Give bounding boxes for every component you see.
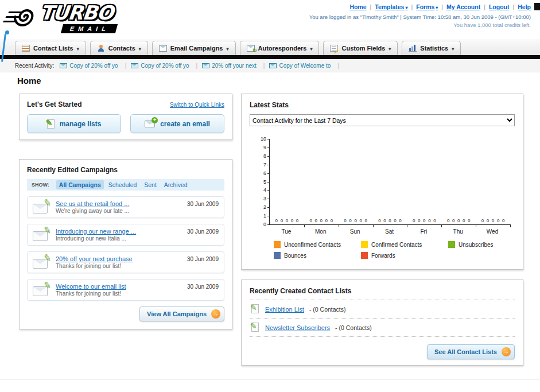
campaign-date: 30 Jun 2009 xyxy=(187,256,219,262)
legend-entry: Unsubscribes xyxy=(448,241,535,248)
campaign-filter-tab[interactable]: Sent xyxy=(141,180,160,189)
manage-lists-button[interactable]: manage lists xyxy=(27,114,121,133)
campaign-subtitle: Thanks for joining our list! xyxy=(56,263,182,269)
latest-stats-title: Latest Stats xyxy=(250,101,515,109)
nav-tab[interactable]: Contacts xyxy=(90,41,148,55)
legend-swatch xyxy=(361,252,368,259)
x-tick-label: Wed xyxy=(475,228,510,235)
header-right: Home Templates Forms My Account xyxy=(309,3,531,28)
contact-list-item[interactable]: Exhibition List - (0 Contacts) xyxy=(250,300,515,319)
main-nav: Contact Lists Contacts Email Campaigns A… xyxy=(0,39,540,55)
top-link[interactable]: Templates xyxy=(375,3,407,10)
top-link[interactable]: Logout xyxy=(489,3,510,10)
contact-list-count: - (0 Contacts) xyxy=(309,306,346,313)
legend-entry: Bounces xyxy=(274,252,361,259)
recent-activity-link[interactable]: Copy of 20% off yo xyxy=(141,63,189,69)
nav-divider-bar xyxy=(0,55,540,59)
nav-tab[interactable]: Email Campaigns xyxy=(152,41,236,55)
top-link-item: Forms xyxy=(416,3,443,10)
recent-activity-link[interactable]: Copy of 20% off yo xyxy=(69,63,118,69)
y-tick-mark xyxy=(267,207,270,208)
nav-tab-label: Email Campaigns xyxy=(170,45,223,52)
nav-tab[interactable]: Contact Lists xyxy=(15,41,86,55)
header: TURBO EMAIL Home Templates Forms xyxy=(0,0,540,39)
campaign-filter-tab[interactable]: Archived xyxy=(161,180,191,189)
campaign-envelope-pencil-icon xyxy=(33,256,50,269)
campaign-title-link[interactable]: Introducing our new range ... xyxy=(56,228,182,235)
see-all-contact-lists-button[interactable]: See All Contact Lists xyxy=(427,344,515,359)
envelope-plus-icon xyxy=(145,121,155,127)
legend-label: Bounces xyxy=(284,253,306,259)
campaign-subtitle: Introducing our new Italia ... xyxy=(56,235,182,242)
contacts-icon xyxy=(97,45,105,52)
y-tick-mark xyxy=(267,139,270,139)
nav-tab-label: Autoresponders xyxy=(258,45,307,52)
pencil-paper-icon xyxy=(251,323,260,332)
page-title: Home xyxy=(17,76,41,86)
campaign-list-item[interactable]: Introducing our new range ... Introducin… xyxy=(27,224,224,246)
top-link-item: Home xyxy=(349,3,371,10)
campaign-filter-tab[interactable]: All Campaigns xyxy=(56,180,104,189)
recent-activity-list: Copy of 20% off yo Copy of 20% off yo 20… xyxy=(60,63,339,69)
y-tick-label: 7 xyxy=(256,162,266,168)
top-link-item: My Account xyxy=(446,3,485,10)
contact-list-link[interactable]: Newsletter Subscribers xyxy=(265,324,330,331)
campaign-list-item[interactable]: 20% off your next purchase Thanks for jo… xyxy=(27,251,224,273)
bar-value-labels: 00000 xyxy=(339,218,373,223)
legend-swatch xyxy=(361,241,368,248)
contact-list-item[interactable]: Newsletter Subscribers - (0 Contacts) xyxy=(250,319,515,337)
stats-period-select[interactable]: Contact Activity for the Last 7 Days xyxy=(250,114,515,126)
recent-activity-link[interactable]: Copy of Welcome to xyxy=(279,63,331,69)
recently-created-contact-lists-panel: Recently Created Contact Lists Exhibitio… xyxy=(241,280,523,366)
left-column: Let's Get Started Switch to Quick Links … xyxy=(19,94,232,329)
chart-legend: Unconfirmed ContactsConfirmed ContactsUn… xyxy=(274,241,539,263)
top-link-item: Templates xyxy=(375,3,413,10)
top-link[interactable]: Help xyxy=(518,3,531,10)
legend-label: Forwards xyxy=(371,253,395,259)
chevron-down-icon xyxy=(404,3,407,10)
arrow-right-icon xyxy=(502,347,511,356)
campaign-title-link[interactable]: Welcome to our email list xyxy=(56,283,182,290)
recent-activity-link[interactable]: 20% off your next xyxy=(212,63,257,69)
logo-swirl-icon xyxy=(12,5,40,31)
turbo-email-dashboard: TURBO EMAIL Home Templates Forms xyxy=(0,0,540,392)
campaign-envelope-pencil-icon xyxy=(33,228,50,241)
y-tick-label: 8 xyxy=(256,153,266,159)
campaigns-title: Recently Edited Campaigns xyxy=(27,166,224,174)
create-email-button[interactable]: create an email xyxy=(130,114,224,133)
campaign-title-link[interactable]: See us at the retail food ... xyxy=(56,200,182,207)
get-started-title: Let's Get Started xyxy=(27,100,82,108)
turbo-email-logo[interactable]: TURBO EMAIL xyxy=(6,1,161,36)
top-link[interactable]: Home xyxy=(349,3,366,10)
recent-activity-item: 20% off your next xyxy=(202,63,265,69)
chevron-down-icon xyxy=(452,45,454,52)
x-tick-label: Mon xyxy=(304,228,338,235)
envelope-icon xyxy=(60,63,67,68)
y-tick-label: 0 xyxy=(256,222,266,227)
campaign-list-item[interactable]: Welcome to our email list Thanks for joi… xyxy=(27,279,224,301)
legend-swatch xyxy=(448,241,455,248)
top-link[interactable]: Forms xyxy=(416,3,438,10)
show-label: SHOW: xyxy=(32,182,49,188)
bar-value-labels: 00000 xyxy=(304,218,339,223)
nav-tab[interactable]: Custom Fields xyxy=(323,41,398,55)
campaigns-list: See us at the retail food ... We're givi… xyxy=(27,196,224,301)
nav-tab[interactable]: Autoresponders xyxy=(240,41,320,55)
top-link[interactable]: My Account xyxy=(446,3,480,10)
contact-lists-icon xyxy=(22,45,30,52)
view-all-campaigns-button[interactable]: View All Campaigns xyxy=(139,306,224,321)
campaign-envelope-pencil-icon xyxy=(33,284,50,296)
chevron-down-icon xyxy=(434,3,438,10)
contact-list-link[interactable]: Exhibition List xyxy=(265,306,304,313)
campaign-filter-tab[interactable]: Scheduled xyxy=(106,180,140,189)
campaign-title-link[interactable]: 20% off your next purchase xyxy=(56,255,182,262)
logo-subtitle: EMAIL xyxy=(61,24,118,33)
nav-tab[interactable]: Statistics xyxy=(402,41,461,55)
y-tick-label: 5 xyxy=(256,179,266,185)
contact-list-count: - (0 Contacts) xyxy=(335,324,372,331)
legend-label: Unconfirmed Contacts xyxy=(284,242,341,248)
stats-chart: 0123456789100000000000000000000000000000… xyxy=(250,133,515,265)
switch-quick-links-link[interactable]: Switch to Quick Links xyxy=(170,102,224,108)
campaign-list-item[interactable]: See us at the retail food ... We're givi… xyxy=(27,196,224,218)
bar-value-labels: 00000 xyxy=(476,218,510,223)
